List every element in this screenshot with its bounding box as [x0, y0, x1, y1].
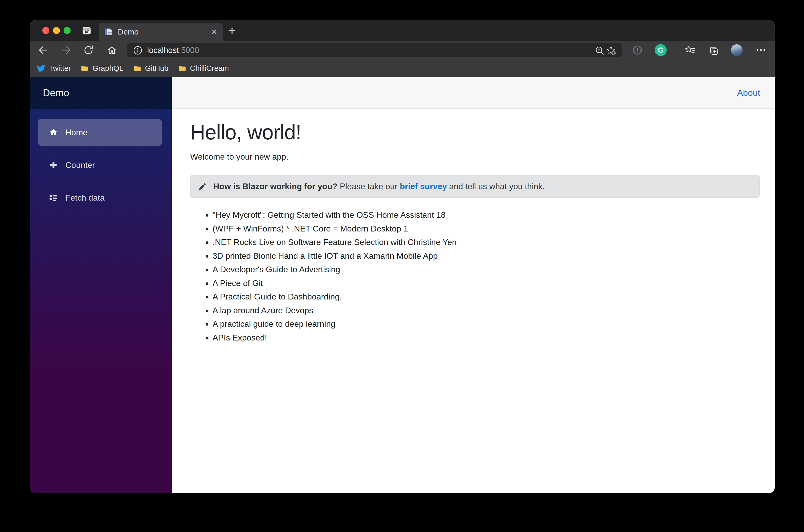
- about-link[interactable]: About: [737, 88, 760, 98]
- plus-icon: [49, 160, 58, 170]
- top-row: About: [172, 77, 775, 109]
- profile-button[interactable]: [731, 44, 743, 56]
- session-list-item: (WPF + WinForms) * .NET Core = Modern De…: [213, 222, 760, 236]
- sidebar-item-fetch-data[interactable]: Fetch data: [38, 184, 162, 211]
- bookmark-twitter[interactable]: Twitter: [37, 64, 71, 73]
- site-info-icon[interactable]: [133, 45, 143, 56]
- add-favorite-button[interactable]: [605, 45, 617, 56]
- tab-favicon-icon: [104, 27, 113, 36]
- session-list-item: A practical guide to deep learning: [213, 317, 760, 331]
- favorites-star-list-icon: [684, 44, 695, 56]
- home-button[interactable]: [106, 44, 118, 56]
- browser-window: Demo × +: [30, 20, 775, 493]
- url-host: localhost: [147, 46, 179, 55]
- folder-icon: [178, 64, 186, 72]
- collections-icon: [707, 44, 719, 56]
- twitter-icon: [37, 64, 45, 72]
- extension-button[interactable]: [631, 44, 643, 56]
- magnifier-icon: [594, 45, 605, 56]
- sidebar-item-label: Counter: [65, 160, 95, 170]
- close-window-button[interactable]: [42, 27, 49, 34]
- folder-icon: [133, 64, 141, 72]
- home-icon: [107, 45, 117, 56]
- bookmark-label: Twitter: [49, 64, 71, 73]
- survey-alert: How is Blazor working for you? Please ta…: [190, 175, 760, 198]
- vertical-tabs-icon: [81, 24, 93, 36]
- page-title: Hello, world!: [190, 120, 760, 145]
- back-button[interactable]: [37, 44, 49, 56]
- collections-button[interactable]: [707, 44, 719, 56]
- window-controls: [42, 27, 71, 34]
- forward-icon: [61, 45, 72, 56]
- titlebar: Demo × +: [30, 20, 775, 41]
- minimize-window-button[interactable]: [53, 27, 60, 34]
- sidebar-nav: Home Counter: [30, 109, 172, 217]
- session-list-item: 3D printed Bionic Hand a little IOT and …: [213, 249, 760, 263]
- browser-toolbar: localhost:5000: [30, 41, 775, 60]
- tab-title: Demo: [118, 27, 207, 36]
- session-list: "Hey Mycroft": Getting Started with the …: [190, 208, 760, 344]
- page-content: Hello, world! Welcome to your new app. H…: [172, 109, 775, 344]
- vertical-tabs-button[interactable]: [80, 24, 93, 37]
- favorites-button[interactable]: [684, 44, 696, 56]
- close-tab-icon[interactable]: ×: [211, 27, 217, 37]
- sidebar-header: Demo: [30, 77, 172, 109]
- survey-before-link: Please take our: [338, 182, 400, 191]
- list-rich-icon: [49, 193, 58, 203]
- survey-question: How is Blazor working for you?: [213, 182, 338, 191]
- forward-button[interactable]: [60, 44, 72, 56]
- brief-survey-link[interactable]: brief survey: [400, 182, 447, 191]
- bookmark-label: GraphQL: [92, 64, 123, 73]
- bookmark-label: ChilliCream: [190, 64, 229, 73]
- dim-extension-icon: [632, 44, 643, 56]
- star-plus-icon: [606, 45, 616, 56]
- session-list-item: "Hey Mycroft": Getting Started with the …: [213, 208, 760, 222]
- back-icon: [38, 45, 49, 56]
- ellipsis-icon: [755, 44, 767, 56]
- survey-text: How is Blazor working for you? Please ta…: [213, 182, 545, 191]
- bookmark-folder-github[interactable]: GitHub: [133, 64, 168, 73]
- survey-after-link: and tell us what you think.: [447, 182, 545, 191]
- new-tab-button[interactable]: +: [226, 24, 238, 37]
- bookmarks-bar: Twitter GraphQL GitHub ChilliCream: [30, 60, 775, 77]
- main-area: About Hello, world! Welcome to your new …: [172, 77, 775, 493]
- bookmark-folder-graphql[interactable]: GraphQL: [81, 64, 123, 73]
- settings-menu-button[interactable]: [755, 44, 767, 56]
- session-list-item: A Developer's Guide to Advertising: [213, 263, 760, 277]
- pencil-icon: [198, 183, 207, 191]
- grammarly-extension-button[interactable]: G: [655, 44, 667, 56]
- profile-avatar: [731, 44, 743, 56]
- session-list-item: A Practical Guide to Dashboarding.: [213, 290, 760, 304]
- welcome-text: Welcome to your new app.: [190, 152, 760, 162]
- session-list-item: .NET Rocks Live on Software Feature Sele…: [213, 235, 760, 249]
- desktop-background: Demo × +: [0, 0, 804, 532]
- session-list-item: APIs Exposed!: [213, 331, 760, 345]
- session-list-item: A Piece of Git: [213, 277, 760, 290]
- sidebar-item-label: Home: [65, 128, 88, 137]
- sidebar-item-home[interactable]: Home: [38, 119, 162, 146]
- reload-icon: [83, 45, 94, 56]
- zoom-page-button[interactable]: [594, 45, 605, 56]
- home-icon: [49, 128, 58, 137]
- app-content: Demo Home Counter: [30, 77, 775, 493]
- toolbar-separator: [674, 45, 674, 55]
- address-bar[interactable]: localhost:5000: [127, 43, 622, 57]
- sidebar-item-counter[interactable]: Counter: [38, 152, 162, 178]
- bookmark-label: GitHub: [145, 64, 168, 73]
- url-port: :5000: [179, 46, 199, 55]
- browser-tab[interactable]: Demo ×: [99, 23, 223, 41]
- reload-button[interactable]: [82, 44, 94, 56]
- grammarly-icon: G: [655, 44, 667, 56]
- bookmark-folder-chillicream[interactable]: ChilliCream: [178, 64, 229, 73]
- folder-icon: [81, 64, 89, 72]
- zoom-window-button[interactable]: [63, 27, 71, 34]
- sidebar: Demo Home Counter: [30, 77, 172, 493]
- session-list-item: A lap around Azure Devops: [213, 304, 760, 317]
- app-brand: Demo: [43, 88, 69, 99]
- sidebar-item-label: Fetch data: [65, 193, 104, 203]
